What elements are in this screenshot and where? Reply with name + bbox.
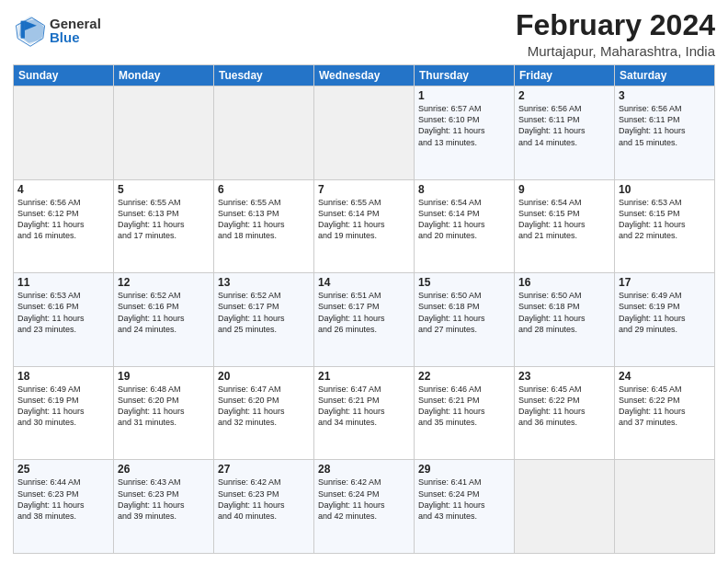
day-number: 29 (418, 463, 510, 476)
generalblue-logo-icon (13, 13, 48, 48)
day-info: Sunrise: 6:56 AM Sunset: 6:11 PM Dayligh… (518, 104, 586, 146)
day-number: 23 (518, 370, 610, 383)
header-row: SundayMondayTuesdayWednesdayThursdayFrid… (14, 65, 715, 86)
title-block: February 2024 Murtajapur, Maharashtra, I… (516, 9, 715, 59)
day-cell (515, 460, 615, 554)
day-cell: 25Sunrise: 6:44 AM Sunset: 6:23 PM Dayli… (14, 460, 114, 554)
col-header-wednesday: Wednesday (314, 65, 415, 86)
day-info: Sunrise: 6:56 AM Sunset: 6:11 PM Dayligh… (619, 104, 686, 146)
day-number: 9 (518, 183, 610, 196)
calendar-subtitle: Murtajapur, Maharashtra, India (516, 43, 715, 59)
day-info: Sunrise: 6:45 AM Sunset: 6:22 PM Dayligh… (518, 385, 586, 427)
day-number: 25 (17, 463, 109, 476)
day-cell: 16Sunrise: 6:50 AM Sunset: 6:18 PM Dayli… (515, 273, 615, 367)
col-header-friday: Friday (515, 65, 615, 86)
day-cell (14, 86, 114, 180)
day-info: Sunrise: 6:42 AM Sunset: 6:23 PM Dayligh… (218, 477, 285, 520)
day-cell: 1Sunrise: 6:57 AM Sunset: 6:10 PM Daylig… (415, 86, 515, 180)
day-cell: 12Sunrise: 6:52 AM Sunset: 6:16 PM Dayli… (114, 273, 214, 367)
day-cell: 6Sunrise: 6:55 AM Sunset: 6:13 PM Daylig… (214, 179, 314, 273)
day-info: Sunrise: 6:41 AM Sunset: 6:24 PM Dayligh… (418, 477, 485, 520)
col-header-tuesday: Tuesday (214, 65, 314, 86)
calendar-title: February 2024 (516, 9, 715, 41)
day-number: 7 (318, 183, 410, 196)
calendar-table: SundayMondayTuesdayWednesdayThursdayFrid… (13, 64, 715, 554)
day-number: 17 (619, 276, 711, 289)
day-cell: 19Sunrise: 6:48 AM Sunset: 6:20 PM Dayli… (114, 366, 214, 460)
day-number: 16 (518, 276, 610, 289)
day-cell: 29Sunrise: 6:41 AM Sunset: 6:24 PM Dayli… (415, 460, 515, 554)
day-cell: 26Sunrise: 6:43 AM Sunset: 6:23 PM Dayli… (114, 460, 214, 554)
day-cell: 2Sunrise: 6:56 AM Sunset: 6:11 PM Daylig… (515, 86, 615, 180)
day-info: Sunrise: 6:42 AM Sunset: 6:24 PM Dayligh… (318, 477, 385, 520)
day-number: 4 (17, 183, 109, 196)
day-cell: 18Sunrise: 6:49 AM Sunset: 6:19 PM Dayli… (14, 366, 114, 460)
day-number: 26 (118, 463, 210, 476)
day-number: 1 (418, 89, 510, 102)
day-info: Sunrise: 6:55 AM Sunset: 6:14 PM Dayligh… (318, 198, 385, 240)
day-number: 22 (418, 370, 510, 383)
day-number: 21 (318, 370, 410, 383)
day-info: Sunrise: 6:54 AM Sunset: 6:15 PM Dayligh… (518, 198, 586, 240)
svg-rect-3 (21, 21, 25, 39)
week-row-1: 4Sunrise: 6:56 AM Sunset: 6:12 PM Daylig… (14, 179, 715, 273)
day-number: 27 (218, 463, 310, 476)
day-cell: 17Sunrise: 6:49 AM Sunset: 6:19 PM Dayli… (615, 273, 715, 367)
logo-blue-text: Blue (50, 30, 101, 44)
page: General Blue February 2024 Murtajapur, M… (0, 0, 728, 563)
day-cell: 28Sunrise: 6:42 AM Sunset: 6:24 PM Dayli… (314, 460, 415, 554)
day-info: Sunrise: 6:57 AM Sunset: 6:10 PM Dayligh… (418, 104, 485, 146)
logo-text: General Blue (50, 17, 101, 44)
day-info: Sunrise: 6:49 AM Sunset: 6:19 PM Dayligh… (17, 385, 85, 427)
day-cell (314, 86, 415, 180)
day-cell (214, 86, 314, 180)
day-cell: 8Sunrise: 6:54 AM Sunset: 6:14 PM Daylig… (415, 179, 515, 273)
week-row-0: 1Sunrise: 6:57 AM Sunset: 6:10 PM Daylig… (14, 86, 715, 180)
day-info: Sunrise: 6:54 AM Sunset: 6:14 PM Dayligh… (418, 198, 485, 240)
header: General Blue February 2024 Murtajapur, M… (13, 9, 715, 59)
day-info: Sunrise: 6:55 AM Sunset: 6:13 PM Dayligh… (118, 198, 185, 240)
day-cell: 24Sunrise: 6:45 AM Sunset: 6:22 PM Dayli… (615, 366, 715, 460)
day-number: 5 (118, 183, 210, 196)
day-number: 11 (17, 276, 109, 289)
day-info: Sunrise: 6:47 AM Sunset: 6:20 PM Dayligh… (218, 385, 285, 427)
day-info: Sunrise: 6:48 AM Sunset: 6:20 PM Dayligh… (118, 385, 185, 427)
day-cell: 4Sunrise: 6:56 AM Sunset: 6:12 PM Daylig… (14, 179, 114, 273)
col-header-monday: Monday (114, 65, 214, 86)
week-row-4: 25Sunrise: 6:44 AM Sunset: 6:23 PM Dayli… (14, 460, 715, 554)
day-cell: 15Sunrise: 6:50 AM Sunset: 6:18 PM Dayli… (415, 273, 515, 367)
col-header-saturday: Saturday (615, 65, 715, 86)
day-cell: 5Sunrise: 6:55 AM Sunset: 6:13 PM Daylig… (114, 179, 214, 273)
day-info: Sunrise: 6:52 AM Sunset: 6:17 PM Dayligh… (218, 291, 285, 333)
day-cell (114, 86, 214, 180)
day-info: Sunrise: 6:45 AM Sunset: 6:22 PM Dayligh… (619, 385, 686, 427)
day-number: 3 (619, 89, 711, 102)
day-number: 18 (17, 370, 109, 383)
day-info: Sunrise: 6:51 AM Sunset: 6:17 PM Dayligh… (318, 291, 385, 333)
day-info: Sunrise: 6:50 AM Sunset: 6:18 PM Dayligh… (418, 291, 485, 333)
day-cell: 27Sunrise: 6:42 AM Sunset: 6:23 PM Dayli… (214, 460, 314, 554)
day-cell: 22Sunrise: 6:46 AM Sunset: 6:21 PM Dayli… (415, 366, 515, 460)
day-cell: 21Sunrise: 6:47 AM Sunset: 6:21 PM Dayli… (314, 366, 415, 460)
day-number: 6 (218, 183, 310, 196)
day-cell: 13Sunrise: 6:52 AM Sunset: 6:17 PM Dayli… (214, 273, 314, 367)
day-number: 24 (619, 370, 711, 383)
day-info: Sunrise: 6:50 AM Sunset: 6:18 PM Dayligh… (518, 291, 586, 333)
day-cell: 11Sunrise: 6:53 AM Sunset: 6:16 PM Dayli… (14, 273, 114, 367)
day-info: Sunrise: 6:52 AM Sunset: 6:16 PM Dayligh… (118, 291, 185, 333)
day-number: 8 (418, 183, 510, 196)
day-number: 13 (218, 276, 310, 289)
day-number: 10 (619, 183, 711, 196)
day-number: 12 (118, 276, 210, 289)
week-row-2: 11Sunrise: 6:53 AM Sunset: 6:16 PM Dayli… (14, 273, 715, 367)
day-cell: 10Sunrise: 6:53 AM Sunset: 6:15 PM Dayli… (615, 179, 715, 273)
day-number: 20 (218, 370, 310, 383)
week-row-3: 18Sunrise: 6:49 AM Sunset: 6:19 PM Dayli… (14, 366, 715, 460)
day-number: 15 (418, 276, 510, 289)
day-info: Sunrise: 6:49 AM Sunset: 6:19 PM Dayligh… (619, 291, 686, 333)
day-number: 14 (318, 276, 410, 289)
day-cell: 7Sunrise: 6:55 AM Sunset: 6:14 PM Daylig… (314, 179, 415, 273)
day-info: Sunrise: 6:44 AM Sunset: 6:23 PM Dayligh… (17, 477, 85, 520)
day-info: Sunrise: 6:53 AM Sunset: 6:16 PM Dayligh… (17, 291, 85, 333)
day-number: 2 (518, 89, 610, 102)
